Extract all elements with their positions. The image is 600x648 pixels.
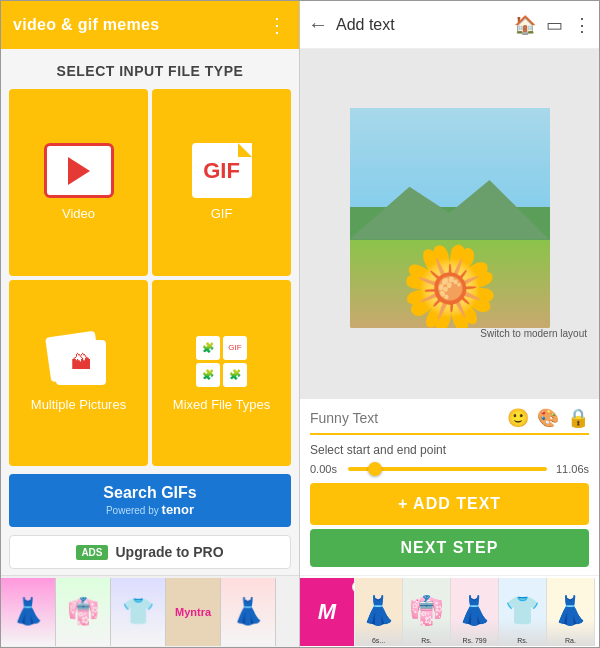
mixed-file-types-option[interactable]: 🧩 GIF 🧩 🧩 Mixed File Types (152, 280, 291, 467)
left-ad-thumb-5[interactable]: 👗 (221, 578, 276, 646)
menu-icon[interactable]: ⋮ (267, 13, 287, 37)
text-tool-icons: 🙂 🎨 🔒 (507, 407, 589, 429)
gif-option[interactable]: GIF GIF (152, 89, 291, 276)
right-ad-strip: M ✕ 👗 6s... 👘 Rs. 👗 Rs. 799 👕 Rs. (300, 575, 599, 647)
text-input-row: 🙂 🎨 🔒 (310, 407, 589, 435)
search-gifs-sub-text: Powered by tenor (19, 502, 281, 517)
ad-price-2: Rs. (421, 637, 432, 644)
search-gifs-button[interactable]: Search GIFs Powered by tenor (9, 474, 291, 527)
image-preview-area: 🌼 Switch to modern layout (300, 49, 599, 399)
header-action-icons: 🏠 ▭ ⋮ (514, 14, 591, 36)
timeline-end: 11.06s (553, 463, 589, 475)
left-header: video & gif memes ⋮ (1, 1, 299, 49)
mixed-icon: 🧩 GIF 🧩 🧩 (187, 334, 257, 389)
video-label: Video (62, 206, 95, 221)
ad-price-5: Ra. (565, 637, 576, 644)
right-ad-thumbnails: 👗 6s... 👘 Rs. 👗 Rs. 799 👕 Rs. 👗 R (355, 578, 599, 646)
add-text-title: Add text (336, 16, 506, 34)
color-picker-icon[interactable]: 🎨 (537, 407, 559, 429)
switch-layout-text[interactable]: Switch to modern layout (480, 328, 587, 339)
video-icon (44, 143, 114, 198)
multiple-pictures-label: Multiple Pictures (31, 397, 126, 412)
flower-emoji: 🌼 (400, 248, 500, 328)
more-options-icon[interactable]: ⋮ (573, 14, 591, 36)
ad-price-3: Rs. 799 (462, 637, 486, 644)
timeline-start: 0.00s (310, 463, 342, 475)
left-ad-strip: 👗 👘 👕 Myntra 👗 (1, 575, 299, 647)
right-panel: ← Add text 🏠 ▭ ⋮ 🌼 Switch to modern lay (300, 1, 599, 647)
ads-badge: ADS (76, 545, 107, 560)
multiple-pictures-option[interactable]: 🏔 🏔 Multiple Pictures (9, 280, 148, 467)
myntra-logo[interactable]: M (300, 578, 355, 646)
timeline-slider-thumb[interactable] (368, 462, 382, 476)
puzzle-piece-4: 🧩 (223, 363, 247, 387)
left-ad-thumb-3[interactable]: 👕 (111, 578, 166, 646)
puzzle-grid: 🧩 GIF 🧩 🧩 (196, 336, 247, 387)
puzzle-piece-2: GIF (223, 336, 247, 360)
select-input-label: SELECT INPUT FILE TYPE (1, 49, 299, 89)
left-panel: video & gif memes ⋮ SELECT INPUT FILE TY… (1, 1, 300, 647)
right-ad-thumb-1[interactable]: 👗 6s... (355, 578, 403, 646)
right-ad-thumb-5[interactable]: 👗 Ra. (547, 578, 595, 646)
timeline-slider-track[interactable] (348, 467, 547, 471)
left-ad-thumb-1[interactable]: 👗 (1, 578, 56, 646)
play-triangle (68, 157, 90, 185)
gif-icon: GIF (192, 143, 252, 198)
right-ad-thumb-3[interactable]: 👗 Rs. 799 (451, 578, 499, 646)
lock-icon[interactable]: 🔒 (567, 407, 589, 429)
app-title: video & gif memes (13, 16, 159, 34)
myntra-m-letter: M (318, 599, 336, 625)
ad-price-1: 6s... (372, 637, 385, 644)
back-button[interactable]: ← (308, 13, 328, 36)
video-option[interactable]: Video (9, 89, 148, 276)
upgrade-text: Upgrade to PRO (116, 544, 224, 560)
next-step-button[interactable]: NEXT STEP (310, 529, 589, 567)
search-gifs-main-text: Search GIFs (19, 484, 281, 502)
add-text-button[interactable]: + ADD TEXT (310, 483, 589, 525)
right-ad-thumb-2[interactable]: 👘 Rs. (403, 578, 451, 646)
file-type-grid: Video GIF GIF 🏔 🏔 Multip (1, 89, 299, 466)
crop-icon[interactable]: ▭ (546, 14, 563, 36)
funny-text-input[interactable] (310, 410, 501, 426)
puzzle-piece-3: 🧩 (196, 363, 220, 387)
emoji-icon[interactable]: 🙂 (507, 407, 529, 429)
select-range-label: Select start and end point (310, 443, 589, 457)
pic-card-front: 🏔 (56, 340, 106, 385)
puzzle-piece-1: 🧩 (196, 336, 220, 360)
pictures-icon: 🏔 🏔 (44, 334, 114, 389)
gif-label: GIF (211, 206, 233, 221)
right-ad-thumb-4[interactable]: 👕 Rs. (499, 578, 547, 646)
timeline-row: 0.00s 11.06s (310, 463, 589, 475)
preview-image: 🌼 (350, 108, 550, 328)
ad-price-4: Rs. (517, 637, 528, 644)
mixed-file-types-label: Mixed File Types (173, 397, 270, 412)
left-ad-thumb-2[interactable]: 👘 (56, 578, 111, 646)
bottom-controls: 🙂 🎨 🔒 Select start and end point 0.00s 1… (300, 399, 599, 575)
home-icon[interactable]: 🏠 (514, 14, 536, 36)
right-header: ← Add text 🏠 ▭ ⋮ (300, 1, 599, 49)
upgrade-to-pro-button[interactable]: ADS Upgrade to PRO (9, 535, 291, 569)
tenor-brand: tenor (162, 502, 195, 517)
app-container: video & gif memes ⋮ SELECT INPUT FILE TY… (0, 0, 600, 648)
gif-text: GIF (203, 158, 240, 184)
myntra-ad-banner[interactable]: Myntra (166, 578, 221, 646)
